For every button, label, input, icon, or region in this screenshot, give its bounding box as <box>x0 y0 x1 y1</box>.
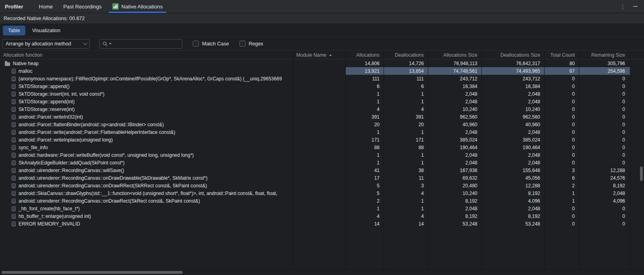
deallocations-size-cell: 243,712 <box>481 75 544 82</box>
native-allocations-task-icon <box>112 3 119 10</box>
module-name-cell <box>293 151 345 159</box>
column-header-allocations[interactable]: Allocations <box>345 51 384 59</box>
table-row[interactable]: Native heap 14,806 14,726 76,948,113 76,… <box>0 60 644 67</box>
total-count-cell: 0 <box>544 136 579 144</box>
match-case-option[interactable]: Match Case <box>193 41 229 47</box>
table-row[interactable]: SkAnalyticEdgeBuilder::addQuad(SkPoint c… <box>0 159 644 166</box>
table-row[interactable]: android::SkiaCanvas::drawGlyphs(std::__1… <box>0 189 644 197</box>
module-name-cell <box>293 136 345 144</box>
nav-tab-past-recordings[interactable]: Past Recordings <box>58 0 107 13</box>
table-row[interactable]: android::Parcel::writeInt32(int) 391 391… <box>0 113 644 121</box>
allocation-function-name: sync_file_info <box>19 145 48 150</box>
allocations-size-cell: 10,240 <box>428 105 481 113</box>
table-row[interactable]: android::uirenderer::RecordingCanvas::on… <box>0 174 644 182</box>
total-count-cell: 0 <box>544 205 579 212</box>
table-row[interactable]: SkTDStorage::insert(int, int, void const… <box>0 90 644 98</box>
module-name-cell <box>293 174 345 182</box>
method-icon <box>12 206 16 211</box>
deallocations-cell: 14,726 <box>384 60 428 67</box>
remaining-size-cell: 0 <box>579 128 630 136</box>
vertical-scrollbar[interactable] <box>640 166 643 181</box>
deallocations-size-cell: 74,493,965 <box>481 67 544 75</box>
table-row[interactable]: ERROR MEMORY_INVALID 14 14 53,248 53,248… <box>0 220 644 228</box>
method-icon <box>12 99 16 104</box>
table-row[interactable]: android::hardware::Parcel::writeBuffer(v… <box>0 151 644 159</box>
column-header-allocation-function[interactable]: Allocation function <box>0 51 293 59</box>
total-count-cell: 0 <box>544 113 579 121</box>
allocations-cell: 14,806 <box>345 60 384 67</box>
allocations-size-cell: 2,048 <box>428 151 481 159</box>
deallocations-cell: 171 <box>384 136 428 144</box>
table-row[interactable]: SkTDStorage::append(int) 1 1 2,048 2,048… <box>0 98 644 105</box>
column-header-module-name[interactable]: Module Name <box>293 51 345 59</box>
method-icon <box>12 130 16 135</box>
horizontal-scrollbar-track[interactable] <box>0 270 644 275</box>
regex-checkbox[interactable] <box>239 41 246 47</box>
table-row[interactable]: SkTDStorage::reserve(int) 4 4 10,240 10,… <box>0 105 644 113</box>
allocations-cell: 5 <box>345 189 384 197</box>
module-name-cell <box>293 220 345 228</box>
table-row[interactable]: malloc 13,921 13,854 74,748,561 74,493,9… <box>0 67 644 75</box>
search-icon <box>102 41 108 47</box>
column-header-total-count[interactable]: Total Count <box>544 51 579 59</box>
deallocations-cell: 20 <box>384 121 428 128</box>
table-row[interactable]: android::uirenderer::RecordingCanvas::on… <box>0 197 644 205</box>
allocations-cell: 5 <box>345 182 384 189</box>
remaining-size-cell: 24,576 <box>579 174 630 182</box>
arrange-by-dropdown[interactable]: Arrange by allocation method <box>2 39 90 49</box>
deallocations-size-cell: 40,960 <box>481 121 544 128</box>
method-icon <box>12 92 16 96</box>
table-row[interactable]: hb_buffer_t::enlarge(unsigned int) 4 4 8… <box>0 212 644 220</box>
remaining-size-cell: 0 <box>579 90 630 98</box>
table-row[interactable]: (anonymous namespace)::FillRectOpImpl::o… <box>0 75 644 82</box>
method-icon <box>12 222 16 226</box>
deallocations-size-cell: 155,648 <box>481 166 544 174</box>
allocations-size-cell: 53,248 <box>428 220 481 228</box>
search-history-caret-icon[interactable] <box>109 43 111 45</box>
table-row[interactable]: android::Parcel::writeInplace(unsigned l… <box>0 136 644 144</box>
table-row[interactable]: _hb_font_create(hb_face_t*) 1 1 2,048 2,… <box>0 205 644 212</box>
column-header-allocations-size[interactable]: Allocations Size <box>428 51 481 59</box>
remaining-size-cell: 305,796 <box>579 60 630 67</box>
deallocations-size-cell: 2,048 <box>481 205 544 212</box>
column-header-deallocations-size[interactable]: Deallocations Size <box>481 51 544 59</box>
nav-tab-home[interactable]: Home <box>34 0 58 13</box>
allocations-cell: 2 <box>345 197 384 205</box>
table-row[interactable]: sync_file_info 88 88 190,464 190,464 0 0 <box>0 144 644 151</box>
table-row[interactable]: SkTDStorage::append() 6 6 16,384 16,384 … <box>0 82 644 90</box>
deallocations-size-cell: 12,288 <box>481 182 544 189</box>
tab-table[interactable]: Table <box>3 26 25 35</box>
folder-icon <box>5 62 10 66</box>
remaining-size-cell: 12,288 <box>579 166 630 174</box>
deallocations-cell: 1 <box>384 151 428 159</box>
minimize-icon[interactable] <box>633 6 638 7</box>
allocations-cell: 88 <box>345 144 384 151</box>
remaining-size-cell: 4,096 <box>579 197 630 205</box>
allocations-cell: 1 <box>345 90 384 98</box>
search-input[interactable] <box>113 41 180 47</box>
search-field[interactable] <box>99 39 182 49</box>
deallocations-size-cell: 2,048 <box>481 159 544 166</box>
recording-info-bar: Recorded Native Allocations: 00.672 <box>0 13 644 24</box>
match-case-checkbox[interactable] <box>193 41 199 47</box>
table-row[interactable]: android::Parcel::flattenBinder(android::… <box>0 121 644 128</box>
kebab-menu-icon[interactable]: ⋮ <box>620 4 626 10</box>
method-icon <box>12 138 16 142</box>
table-row[interactable]: android::uirenderer::RecordingCanvas::wi… <box>0 166 644 174</box>
table-row[interactable]: android::uirenderer::RecordingCanvas::on… <box>0 182 644 189</box>
chevron-down-icon <box>83 41 87 45</box>
allocation-function-name: android::SkiaCanvas::drawGlyphs(std::__1… <box>19 191 277 196</box>
column-header-deallocations[interactable]: Deallocations <box>384 51 428 59</box>
table-row[interactable]: android::Parcel::write(android::Parcel::… <box>0 128 644 136</box>
method-icon <box>12 176 16 181</box>
allocations-cell: 4 <box>345 105 384 113</box>
column-header-remaining-size[interactable]: Remaining Size <box>579 51 630 59</box>
regex-option[interactable]: Regex <box>239 41 263 47</box>
tab-visualization[interactable]: Visualization <box>27 26 66 35</box>
nav-tab-native-allocations[interactable]: Native Allocations <box>107 0 168 13</box>
allocations-cell: 13,921 <box>345 67 384 75</box>
deallocations-cell: 111 <box>384 75 428 82</box>
allocations-cell: 1 <box>345 159 384 166</box>
horizontal-scrollbar[interactable] <box>2 271 183 274</box>
module-name-cell <box>293 121 345 128</box>
